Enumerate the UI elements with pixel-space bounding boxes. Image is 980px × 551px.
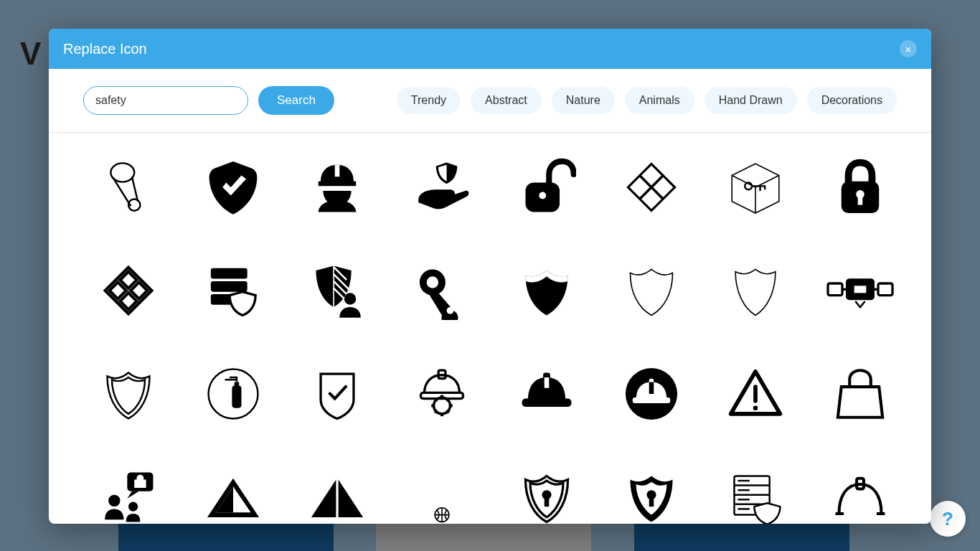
diamond-grid-solid-icon xyxy=(622,158,681,217)
svg-rect-60 xyxy=(632,397,669,403)
background-letter: V xyxy=(20,36,41,72)
svg-line-4 xyxy=(132,176,138,201)
icon-grid-scroll[interactable] xyxy=(49,133,931,524)
hardhat-circle-solid-icon xyxy=(622,364,681,423)
svg-rect-42 xyxy=(234,382,239,387)
icon-hardhat-circle-solid[interactable] xyxy=(615,359,688,428)
shield-crest-solid-icon xyxy=(517,261,576,320)
shield-person-hatched-icon xyxy=(308,261,367,320)
svg-point-63 xyxy=(753,405,758,410)
icon-diamond-grid-solid[interactable] xyxy=(615,153,688,222)
safety-pin-solid-icon xyxy=(413,261,471,320)
svg-line-53 xyxy=(435,410,437,413)
icon-people-lock-chat[interactable] xyxy=(92,463,165,524)
svg-rect-24 xyxy=(210,281,247,292)
padlock-open-solid-icon xyxy=(517,158,576,217)
category-chip-hand-drawn[interactable]: Hand Drawn xyxy=(705,87,797,114)
svg-rect-41 xyxy=(232,386,241,408)
search-button[interactable]: Search xyxy=(258,86,334,115)
hand-shield-icon xyxy=(413,158,471,217)
icon-server-rack-shield-outline[interactable] xyxy=(720,463,793,524)
shield-keyhole-solid-icon xyxy=(622,468,681,524)
modal-title: Replace Icon xyxy=(63,41,147,57)
svg-rect-35 xyxy=(878,283,892,296)
close-icon: × xyxy=(905,43,912,55)
icon-server-shield-solid[interactable] xyxy=(197,256,270,325)
diamond-grid-outline-icon xyxy=(99,261,158,320)
icon-seatbelt-buckle[interactable] xyxy=(824,256,897,325)
icon-padlock-solid[interactable] xyxy=(824,153,897,222)
category-chip-animals[interactable]: Animals xyxy=(625,87,694,114)
svg-rect-18 xyxy=(105,268,151,314)
svg-rect-34 xyxy=(828,283,842,296)
badge-check-solid-icon xyxy=(204,158,263,217)
svg-point-65 xyxy=(108,495,120,507)
people-lock-chat-icon xyxy=(99,468,158,524)
icon-badge-check-solid[interactable] xyxy=(197,153,270,222)
icon-lock-bag-outline[interactable] xyxy=(824,359,897,428)
svg-point-66 xyxy=(128,502,138,512)
icon-shield-keyhole-solid[interactable] xyxy=(615,463,688,524)
hardhat-gear-outline-icon xyxy=(413,364,471,423)
shield-outline-bold-icon xyxy=(99,364,158,423)
svg-rect-17 xyxy=(858,195,863,204)
icon-warning-triangle-outline[interactable] xyxy=(720,359,793,428)
icon-shield-outline-thin-a[interactable] xyxy=(615,256,688,325)
svg-point-33 xyxy=(447,307,454,314)
fire-extinguisher-circle-icon xyxy=(204,364,263,423)
warning-triangle-outline-icon xyxy=(726,364,785,423)
help-button[interactable]: ? xyxy=(930,501,966,537)
modal-header: Replace Icon × xyxy=(49,29,931,69)
icon-safety-pin-solid[interactable] xyxy=(405,256,479,325)
svg-point-8 xyxy=(539,192,546,199)
icon-triangle-half-outline[interactable] xyxy=(197,463,270,524)
hardhat-solid-icon xyxy=(517,364,576,423)
category-chip-nature[interactable]: Nature xyxy=(552,87,615,114)
search-toolbar: Search Trendy Abstract Nature Animals Ha… xyxy=(49,69,931,133)
server-rack-shield-outline-icon xyxy=(726,468,785,524)
close-button[interactable]: × xyxy=(900,40,917,57)
icon-shield-outline-bold[interactable] xyxy=(92,359,165,428)
search-input[interactable] xyxy=(95,94,239,107)
icon-hand-shield[interactable] xyxy=(405,153,479,222)
icon-hardhat-arc-outline[interactable] xyxy=(824,463,897,524)
icon-shield-outline-thin-b[interactable] xyxy=(720,256,793,325)
svg-line-51 xyxy=(447,410,449,413)
svg-rect-69 xyxy=(545,497,550,507)
safe-box-key-outline-icon xyxy=(726,158,785,217)
category-chip-decorations[interactable]: Decorations xyxy=(807,87,897,114)
svg-rect-6 xyxy=(335,165,340,176)
icon-shield-crest-solid[interactable] xyxy=(510,256,583,325)
svg-point-31 xyxy=(344,293,356,304)
category-chip-trendy[interactable]: Trendy xyxy=(397,87,461,114)
svg-rect-61 xyxy=(649,382,654,394)
icon-hardhat-gear-outline[interactable] xyxy=(405,359,479,428)
shield-outline-thin-a-icon xyxy=(622,261,681,320)
shield-keyhole-outline-icon xyxy=(517,468,576,524)
shield-check-outline-icon xyxy=(308,364,367,423)
icon-safe-box-key-outline[interactable] xyxy=(720,153,793,222)
svg-line-52 xyxy=(447,399,449,401)
icon-diamond-grid-outline[interactable] xyxy=(92,256,165,325)
icon-fire-extinguisher-circle[interactable] xyxy=(197,359,270,428)
padlock-solid-icon xyxy=(831,158,890,217)
icon-shield-keyhole-outline[interactable] xyxy=(510,463,583,524)
svg-rect-71 xyxy=(649,497,654,507)
category-chip-abstract[interactable]: Abstract xyxy=(471,87,542,114)
lock-bag-outline-icon xyxy=(831,364,890,423)
svg-rect-30 xyxy=(334,266,335,307)
icon-safety-pin-outline[interactable] xyxy=(92,153,165,222)
icon-globe-small-outline[interactable] xyxy=(405,463,479,524)
svg-rect-23 xyxy=(210,268,247,279)
icon-triangle-half-solid[interactable] xyxy=(301,463,374,524)
icon-hardhat-solid[interactable] xyxy=(510,359,583,428)
icon-construction-worker-solid[interactable] xyxy=(301,153,374,222)
icon-padlock-open-solid[interactable] xyxy=(510,153,583,222)
icon-shield-person-hatched[interactable] xyxy=(301,256,374,325)
svg-point-32 xyxy=(427,276,438,288)
icon-shield-check-outline[interactable] xyxy=(301,359,374,428)
replace-icon-modal: Replace Icon × Search Trendy Abstract Na… xyxy=(49,29,931,524)
hardhat-arc-outline-icon xyxy=(831,468,890,524)
search-field-wrap xyxy=(83,86,248,115)
construction-worker-solid-icon xyxy=(308,158,367,217)
